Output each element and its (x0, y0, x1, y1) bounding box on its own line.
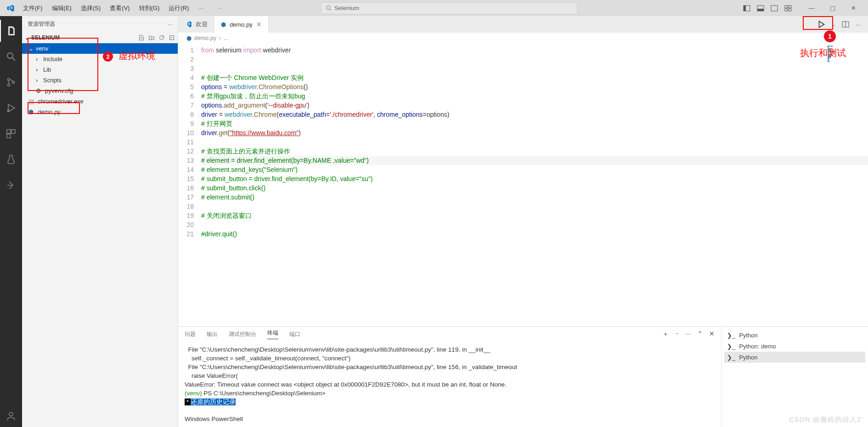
panel-maximize-icon[interactable]: ⌃ (697, 330, 703, 338)
terminal-dropdown-icon[interactable]: ⌄ (675, 330, 679, 338)
ab-testing-icon[interactable] (0, 148, 22, 171)
menu-edit[interactable]: 编辑(E) (48, 2, 75, 14)
customize-layout-icon[interactable] (784, 5, 794, 12)
python-file-icon: ⬢ (186, 35, 192, 42)
tree-folder-scripts[interactable]: ›Scripts (22, 75, 178, 85)
panel-tab-problems[interactable]: 问题 (185, 330, 196, 338)
bottom-panel: 问题 输出 调试控制台 终端 端口 ＋⌄ ··· ⌃ ✕ File "C:\Us… (178, 326, 868, 427)
ab-search-icon[interactable] (0, 46, 22, 68)
folder-label: venv (36, 45, 48, 52)
svg-rect-18 (11, 130, 15, 133)
panel-more-icon[interactable]: ··· (685, 330, 691, 338)
tree-folder-venv[interactable]: ⌄ venv (22, 43, 178, 54)
terminal-item-python[interactable]: ❯_Python (724, 330, 865, 341)
nav-back-icon[interactable]: ← (218, 5, 224, 11)
python-file-icon: ⬢ (221, 21, 226, 28)
file-label: pyvenv.cfg (45, 87, 73, 94)
python-file-icon: ⬢ (28, 108, 36, 115)
chevron-right-icon: › (36, 56, 43, 63)
ab-source-control-icon[interactable] (0, 71, 22, 93)
layout-controls (743, 5, 794, 12)
svg-rect-19 (7, 134, 11, 138)
sidebar-more-icon[interactable]: ··· (168, 21, 172, 28)
nav-arrows: ← → (218, 5, 237, 11)
maximize-icon[interactable]: ▢ (822, 0, 843, 16)
svg-rect-7 (785, 6, 788, 8)
search-text: Selenium (334, 5, 359, 11)
tree-folder-include[interactable]: ›Include (22, 54, 178, 64)
close-tab-icon[interactable]: ✕ (256, 21, 262, 28)
ab-run-debug-icon[interactable] (0, 97, 22, 119)
panel-close-icon[interactable]: ✕ (709, 330, 715, 338)
panel-tab-debug[interactable]: 调试控制台 (229, 330, 256, 338)
terminal-output[interactable]: File "C:\Users\chencheng\Desktop\Seleniu… (178, 342, 721, 427)
ab-gitlens-icon[interactable] (0, 174, 22, 196)
tree-file-chromedriver[interactable]: ▤chromedriver.exe (22, 96, 178, 107)
toggle-panel-right-icon[interactable] (771, 5, 780, 12)
file-label: chromedriver.exe (38, 98, 84, 105)
chevron-right-icon: › (36, 77, 43, 84)
svg-point-15 (12, 81, 15, 84)
svg-point-14 (8, 84, 10, 86)
run-dropdown-icon[interactable]: ⌄ (832, 22, 835, 27)
tab-bar: 欢迎 ⬢ demo.py ✕ ⌄ ··· (178, 16, 868, 33)
panel-tab-output[interactable]: 输出 (207, 330, 218, 338)
code-content[interactable]: from selenium import webdriver # 创建一个 Ch… (201, 44, 868, 326)
svg-line-1 (330, 9, 331, 11)
code-editor[interactable]: 123456789101112131415161718192021 from s… (178, 44, 868, 326)
menu-view[interactable]: 查看(V) (106, 2, 133, 14)
collapse-icon[interactable] (169, 34, 175, 41)
search-icon (326, 5, 332, 11)
svg-rect-6 (771, 6, 778, 11)
tab-more-icon[interactable]: ··· (856, 21, 861, 28)
tab-welcome[interactable]: 欢迎 (178, 16, 214, 33)
minimize-icon[interactable]: — (801, 0, 822, 16)
svg-rect-17 (7, 130, 11, 133)
ab-account-icon[interactable] (0, 405, 22, 427)
tree-folder-lib[interactable]: ›Lib (22, 64, 178, 75)
tab-label: 欢迎 (196, 20, 208, 28)
tab-demo[interactable]: ⬢ demo.py ✕ (214, 16, 269, 33)
split-editor-icon[interactable] (842, 21, 849, 28)
tree-file-pyvenv[interactable]: ⚙pyvenv.cfg (22, 85, 178, 96)
toggle-panel-bottom-icon[interactable] (757, 5, 766, 12)
menu-select[interactable]: 选择(S) (77, 2, 104, 14)
svg-point-0 (327, 6, 330, 10)
ab-extensions-icon[interactable] (0, 123, 22, 145)
toggle-panel-left-icon[interactable] (743, 5, 752, 12)
menu-file[interactable]: 文件(F) (19, 2, 46, 14)
file-icon: ▤ (28, 98, 36, 105)
svg-rect-10 (789, 9, 791, 11)
panel-tab-ports[interactable]: 端口 (289, 330, 300, 338)
sidebar-section[interactable]: ⌄ SELENIUM (22, 32, 178, 43)
menu-overflow-icon[interactable]: ··· (194, 3, 207, 13)
new-folder-icon[interactable] (148, 34, 155, 41)
breadcrumb-sep: › (219, 35, 221, 41)
run-button-icon[interactable] (817, 20, 825, 28)
terminal-item-python-3[interactable]: ❯_Python (724, 352, 865, 363)
terminal-icon: ❯_ (727, 343, 735, 350)
tree-file-demo[interactable]: ⬢demo.py (22, 107, 178, 117)
command-center-search[interactable]: Selenium (321, 2, 578, 14)
vscode-logo-icon (6, 4, 15, 12)
sidebar-explorer: 资源管理器 ··· ⌄ SELENIUM ⌄ venv ›Include ›Li… (22, 16, 178, 427)
nav-forward-icon[interactable]: → (231, 5, 237, 11)
close-icon[interactable]: ✕ (843, 0, 864, 16)
breadcrumb-file: demo.py (194, 35, 216, 41)
new-terminal-icon[interactable]: ＋ (662, 330, 669, 338)
ab-explorer-icon[interactable] (0, 20, 22, 42)
menu-run[interactable]: 运行(R) (165, 2, 192, 14)
svg-point-13 (8, 79, 10, 81)
sidebar-title: 资源管理器 (28, 20, 168, 28)
chevron-down-icon: ⌄ (28, 45, 36, 52)
menu-goto[interactable]: 转到(G) (135, 2, 163, 14)
terminal-item-python-demo[interactable]: ❯_Python: demo (724, 341, 865, 352)
breadcrumb[interactable]: ⬢ demo.py › ... (178, 33, 868, 44)
breadcrumb-more: ... (224, 35, 228, 41)
svg-point-20 (9, 412, 13, 416)
svg-rect-3 (744, 6, 746, 11)
new-file-icon[interactable] (138, 34, 145, 41)
panel-tab-terminal[interactable]: 终端 (267, 329, 278, 339)
refresh-icon[interactable] (158, 34, 165, 41)
chevron-down-icon: ⌄ (25, 34, 31, 41)
